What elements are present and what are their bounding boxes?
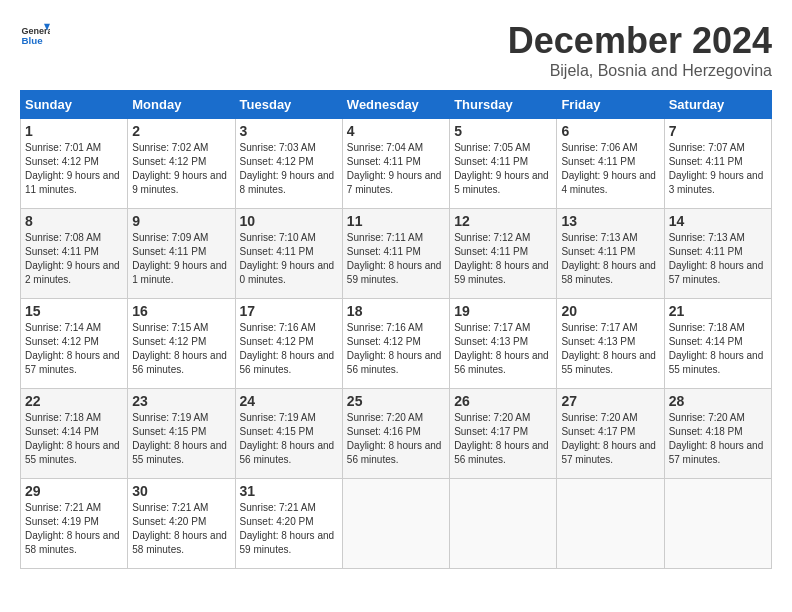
day-number: 15 <box>25 303 123 319</box>
day-detail: Sunrise: 7:13 AMSunset: 4:11 PMDaylight:… <box>561 232 656 285</box>
day-detail: Sunrise: 7:17 AMSunset: 4:13 PMDaylight:… <box>454 322 549 375</box>
calendar-cell: 31 Sunrise: 7:21 AMSunset: 4:20 PMDaylig… <box>235 479 342 569</box>
calendar-cell: 14 Sunrise: 7:13 AMSunset: 4:11 PMDaylig… <box>664 209 771 299</box>
day-number: 25 <box>347 393 445 409</box>
calendar-cell: 15 Sunrise: 7:14 AMSunset: 4:12 PMDaylig… <box>21 299 128 389</box>
calendar-cell <box>557 479 664 569</box>
day-detail: Sunrise: 7:10 AMSunset: 4:11 PMDaylight:… <box>240 232 335 285</box>
day-number: 28 <box>669 393 767 409</box>
day-detail: Sunrise: 7:12 AMSunset: 4:11 PMDaylight:… <box>454 232 549 285</box>
day-number: 17 <box>240 303 338 319</box>
calendar-week-row: 29 Sunrise: 7:21 AMSunset: 4:19 PMDaylig… <box>21 479 772 569</box>
calendar-cell: 22 Sunrise: 7:18 AMSunset: 4:14 PMDaylig… <box>21 389 128 479</box>
day-detail: Sunrise: 7:14 AMSunset: 4:12 PMDaylight:… <box>25 322 120 375</box>
day-number: 16 <box>132 303 230 319</box>
calendar-week-row: 15 Sunrise: 7:14 AMSunset: 4:12 PMDaylig… <box>21 299 772 389</box>
day-number: 3 <box>240 123 338 139</box>
calendar-cell: 9 Sunrise: 7:09 AMSunset: 4:11 PMDayligh… <box>128 209 235 299</box>
day-number: 29 <box>25 483 123 499</box>
day-number: 26 <box>454 393 552 409</box>
calendar-cell: 6 Sunrise: 7:06 AMSunset: 4:11 PMDayligh… <box>557 119 664 209</box>
day-number: 9 <box>132 213 230 229</box>
day-detail: Sunrise: 7:01 AMSunset: 4:12 PMDaylight:… <box>25 142 120 195</box>
calendar-cell: 24 Sunrise: 7:19 AMSunset: 4:15 PMDaylig… <box>235 389 342 479</box>
day-number: 1 <box>25 123 123 139</box>
calendar-cell: 4 Sunrise: 7:04 AMSunset: 4:11 PMDayligh… <box>342 119 449 209</box>
calendar-cell: 12 Sunrise: 7:12 AMSunset: 4:11 PMDaylig… <box>450 209 557 299</box>
calendar-cell: 20 Sunrise: 7:17 AMSunset: 4:13 PMDaylig… <box>557 299 664 389</box>
day-detail: Sunrise: 7:08 AMSunset: 4:11 PMDaylight:… <box>25 232 120 285</box>
day-number: 31 <box>240 483 338 499</box>
calendar-cell <box>450 479 557 569</box>
day-number: 6 <box>561 123 659 139</box>
calendar-cell: 17 Sunrise: 7:16 AMSunset: 4:12 PMDaylig… <box>235 299 342 389</box>
calendar-cell: 26 Sunrise: 7:20 AMSunset: 4:17 PMDaylig… <box>450 389 557 479</box>
day-number: 2 <box>132 123 230 139</box>
weekday-header-saturday: Saturday <box>664 91 771 119</box>
day-detail: Sunrise: 7:03 AMSunset: 4:12 PMDaylight:… <box>240 142 335 195</box>
day-number: 23 <box>132 393 230 409</box>
calendar-cell: 3 Sunrise: 7:03 AMSunset: 4:12 PMDayligh… <box>235 119 342 209</box>
weekday-header-wednesday: Wednesday <box>342 91 449 119</box>
day-number: 14 <box>669 213 767 229</box>
month-title: December 2024 <box>508 20 772 62</box>
day-detail: Sunrise: 7:09 AMSunset: 4:11 PMDaylight:… <box>132 232 227 285</box>
day-number: 10 <box>240 213 338 229</box>
day-detail: Sunrise: 7:21 AMSunset: 4:19 PMDaylight:… <box>25 502 120 555</box>
day-number: 24 <box>240 393 338 409</box>
day-detail: Sunrise: 7:13 AMSunset: 4:11 PMDaylight:… <box>669 232 764 285</box>
day-detail: Sunrise: 7:20 AMSunset: 4:17 PMDaylight:… <box>561 412 656 465</box>
calendar-cell: 19 Sunrise: 7:17 AMSunset: 4:13 PMDaylig… <box>450 299 557 389</box>
day-number: 4 <box>347 123 445 139</box>
calendar-cell: 8 Sunrise: 7:08 AMSunset: 4:11 PMDayligh… <box>21 209 128 299</box>
day-detail: Sunrise: 7:20 AMSunset: 4:18 PMDaylight:… <box>669 412 764 465</box>
calendar-table: SundayMondayTuesdayWednesdayThursdayFrid… <box>20 90 772 569</box>
title-section: December 2024 Bijela, Bosnia and Herzego… <box>508 20 772 80</box>
day-number: 19 <box>454 303 552 319</box>
calendar-cell: 13 Sunrise: 7:13 AMSunset: 4:11 PMDaylig… <box>557 209 664 299</box>
calendar-week-row: 22 Sunrise: 7:18 AMSunset: 4:14 PMDaylig… <box>21 389 772 479</box>
calendar-cell: 25 Sunrise: 7:20 AMSunset: 4:16 PMDaylig… <box>342 389 449 479</box>
weekday-header-thursday: Thursday <box>450 91 557 119</box>
day-detail: Sunrise: 7:16 AMSunset: 4:12 PMDaylight:… <box>240 322 335 375</box>
day-number: 7 <box>669 123 767 139</box>
calendar-cell: 10 Sunrise: 7:10 AMSunset: 4:11 PMDaylig… <box>235 209 342 299</box>
weekday-header-sunday: Sunday <box>21 91 128 119</box>
calendar-cell: 5 Sunrise: 7:05 AMSunset: 4:11 PMDayligh… <box>450 119 557 209</box>
calendar-cell: 30 Sunrise: 7:21 AMSunset: 4:20 PMDaylig… <box>128 479 235 569</box>
day-detail: Sunrise: 7:11 AMSunset: 4:11 PMDaylight:… <box>347 232 442 285</box>
day-detail: Sunrise: 7:20 AMSunset: 4:17 PMDaylight:… <box>454 412 549 465</box>
day-number: 11 <box>347 213 445 229</box>
weekday-header-row: SundayMondayTuesdayWednesdayThursdayFrid… <box>21 91 772 119</box>
day-number: 22 <box>25 393 123 409</box>
day-detail: Sunrise: 7:05 AMSunset: 4:11 PMDaylight:… <box>454 142 549 195</box>
day-detail: Sunrise: 7:18 AMSunset: 4:14 PMDaylight:… <box>25 412 120 465</box>
day-detail: Sunrise: 7:06 AMSunset: 4:11 PMDaylight:… <box>561 142 656 195</box>
calendar-cell: 2 Sunrise: 7:02 AMSunset: 4:12 PMDayligh… <box>128 119 235 209</box>
day-number: 12 <box>454 213 552 229</box>
calendar-cell: 16 Sunrise: 7:15 AMSunset: 4:12 PMDaylig… <box>128 299 235 389</box>
logo: General Blue <box>20 20 50 50</box>
calendar-cell: 29 Sunrise: 7:21 AMSunset: 4:19 PMDaylig… <box>21 479 128 569</box>
calendar-cell <box>664 479 771 569</box>
calendar-cell: 21 Sunrise: 7:18 AMSunset: 4:14 PMDaylig… <box>664 299 771 389</box>
day-number: 5 <box>454 123 552 139</box>
calendar-cell: 23 Sunrise: 7:19 AMSunset: 4:15 PMDaylig… <box>128 389 235 479</box>
day-detail: Sunrise: 7:21 AMSunset: 4:20 PMDaylight:… <box>240 502 335 555</box>
weekday-header-tuesday: Tuesday <box>235 91 342 119</box>
day-number: 18 <box>347 303 445 319</box>
day-detail: Sunrise: 7:19 AMSunset: 4:15 PMDaylight:… <box>132 412 227 465</box>
day-detail: Sunrise: 7:17 AMSunset: 4:13 PMDaylight:… <box>561 322 656 375</box>
calendar-cell <box>342 479 449 569</box>
weekday-header-friday: Friday <box>557 91 664 119</box>
day-detail: Sunrise: 7:02 AMSunset: 4:12 PMDaylight:… <box>132 142 227 195</box>
calendar-cell: 1 Sunrise: 7:01 AMSunset: 4:12 PMDayligh… <box>21 119 128 209</box>
day-number: 8 <box>25 213 123 229</box>
day-detail: Sunrise: 7:15 AMSunset: 4:12 PMDaylight:… <box>132 322 227 375</box>
day-detail: Sunrise: 7:16 AMSunset: 4:12 PMDaylight:… <box>347 322 442 375</box>
calendar-cell: 7 Sunrise: 7:07 AMSunset: 4:11 PMDayligh… <box>664 119 771 209</box>
day-number: 30 <box>132 483 230 499</box>
svg-text:Blue: Blue <box>22 35 44 46</box>
day-number: 13 <box>561 213 659 229</box>
day-detail: Sunrise: 7:18 AMSunset: 4:14 PMDaylight:… <box>669 322 764 375</box>
